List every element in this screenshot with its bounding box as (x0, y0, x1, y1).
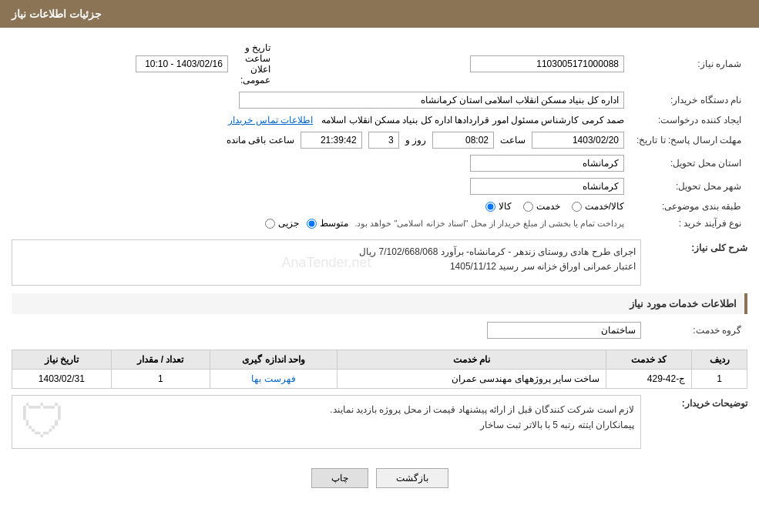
row-unit[interactable]: فهرست بها (210, 370, 338, 389)
description-box: AnaTender.net اجرای طرح هادی روستای زنده… (12, 239, 641, 286)
category-label-khedmat: خدمت (536, 201, 560, 212)
category-option-kala-khedmat[interactable]: کالا/خدمت (572, 201, 624, 212)
category-label-kala: کالا (499, 201, 512, 212)
category-radio-kala-khedmat[interactable] (572, 202, 582, 212)
creator-row: ایجاد کننده درخواست: صمد کرمی کارشناس مس… (12, 112, 747, 129)
province-label: استان محل تحویل: (630, 152, 747, 175)
category-label-kala-khedmat: کالا/خدمت (585, 201, 624, 212)
row-number: 1 (692, 370, 747, 389)
info-table: شماره نیاز: 1103005171000088 تاریخ و ساع… (12, 39, 747, 232)
order-number-label: شماره نیاز: (630, 39, 747, 89)
order-number-row: شماره نیاز: 1103005171000088 تاریخ و ساع… (12, 39, 747, 89)
row-qty: 1 (111, 370, 210, 389)
reply-date-flex: 1403/02/20 ساعت 08:02 روز و 3 21:39:42 س… (18, 132, 624, 149)
process-radio-group: متوسط جزیی (265, 218, 348, 229)
buyer-notes-label-container: توضیحات خریدار: (647, 395, 747, 409)
category-radio-kala[interactable] (485, 202, 495, 212)
contact-link[interactable]: اطلاعات تماس خریدار (228, 115, 313, 125)
province-row: استان محل تحویل: کرمانشاه (12, 152, 747, 175)
process-label-jozyi: جزیی (278, 218, 299, 229)
province-value: کرمانشاه (470, 155, 624, 172)
col-header-code: کد خدمت (606, 350, 692, 370)
row-code: ج-42-429 (606, 370, 692, 389)
reply-remaining-label: ساعت باقی مانده (227, 135, 294, 146)
process-cell: پرداخت تمام یا بخشی از مبلغ خریدار از مح… (12, 215, 630, 232)
category-radio-group: کالا/خدمت خدمت کالا (18, 201, 624, 212)
city-value: کرمانشاه (470, 178, 624, 195)
shield-watermark-icon: 🛡 (20, 383, 66, 461)
buyer-name-label: نام دستگاه خریدار: (630, 89, 747, 112)
col-header-row: ردیف (692, 350, 747, 370)
page-wrapper: جزئیات اطلاعات نیاز شماره نیاز: 11030051… (0, 0, 759, 532)
reply-date-row: مهلت ارسال پاسخ: تا تاریخ: 1403/02/20 سا… (12, 129, 747, 152)
description-label-text: شرح کلی نیاز: (691, 243, 747, 253)
reply-date-value: 1403/02/20 (532, 132, 624, 149)
reply-days-value: 3 (368, 132, 399, 149)
process-flex: پرداخت تمام یا بخشی از مبلغ خریدار از مح… (18, 218, 624, 229)
category-option-khedmat[interactable]: خدمت (523, 201, 560, 212)
services-table-header: ردیف کد خدمت نام خدمت واحد اندازه گیری ت… (12, 350, 747, 370)
datetime-label: تاریخ و ساعت اعلان عمومی: (234, 39, 277, 89)
reply-days-label: روز و (405, 135, 426, 146)
reply-time-value: 08:02 (432, 132, 494, 149)
reply-date-cell: 1403/02/20 ساعت 08:02 روز و 3 21:39:42 س… (12, 129, 630, 152)
services-table: ردیف کد خدمت نام خدمت واحد اندازه گیری ت… (12, 350, 747, 389)
buyer-notes-box: 🛡 لازم است شرکت کنندگان قبل از ارائه پیش… (12, 395, 641, 449)
service-group-label: گروه خدمت: (647, 319, 747, 342)
col-header-date: تاریخ نیاز (12, 350, 112, 370)
order-number-value: 1103005171000088 (470, 55, 624, 72)
back-button[interactable]: بازگشت (376, 468, 448, 488)
process-label: نوع فرآیند خرید : (630, 215, 747, 232)
services-section-title: اطلاعات خدمات مورد نیاز (12, 293, 747, 314)
buyer-notes-label: توضیحات خریدار: (682, 398, 747, 409)
buyer-notes-value: لازم است شرکت کنندگان قبل از ارائه پیشنه… (330, 404, 634, 430)
page-title: جزئیات اطلاعات نیاز (12, 8, 102, 20)
reply-date-label: مهلت ارسال پاسخ: تا تاریخ: (630, 129, 747, 152)
services-table-header-row: ردیف کد خدمت نام خدمت واحد اندازه گیری ت… (12, 350, 747, 370)
creator-cell: صمد کرمی کارشناس مسئول امور قراردادها اد… (12, 112, 630, 129)
buyer-name-cell: اداره کل بنیاد مسکن انقلاب اسلامی استان … (12, 89, 630, 112)
category-label: طبقه بندی موضوعی: (630, 198, 747, 215)
buyer-notes-section: توضیحات خریدار: 🛡 لازم است شرکت کنندگان … (12, 395, 747, 449)
process-radio-jozyi[interactable] (265, 219, 275, 229)
services-table-body: 1 ج-42-429 ساخت سایر پروژههای مهندسی عمر… (12, 370, 747, 389)
process-label-motavassed: متوسط (320, 218, 348, 229)
content-area: شماره نیاز: 1103005171000088 تاریخ و ساع… (0, 28, 759, 507)
table-row: 1 ج-42-429 ساخت سایر پروژههای مهندسی عمر… (12, 370, 747, 389)
service-group-row: گروه خدمت: ساختمان (12, 319, 747, 342)
description-label: شرح کلی نیاز: (647, 239, 747, 253)
process-option-motavassed[interactable]: متوسط (307, 218, 348, 229)
city-label: شهر محل تحویل: (630, 175, 747, 198)
category-row: طبقه بندی موضوعی: کالا/خدمت خدمت کالا (12, 198, 747, 215)
watermark: AnaTender.net (281, 252, 371, 274)
datetime-cell: 1403/02/16 - 10:10 (12, 39, 234, 89)
process-radio-motavassed[interactable] (307, 219, 317, 229)
creator-label: ایجاد کننده درخواست: (630, 112, 747, 129)
province-cell: کرمانشاه (12, 152, 630, 175)
city-row: شهر محل تحویل: کرمانشاه (12, 175, 747, 198)
description-section: شرح کلی نیاز: AnaTender.net اجرای طرح ها… (12, 239, 747, 286)
order-number-cell: 1103005171000088 (277, 39, 630, 89)
row-name: ساخت سایر پروژههای مهندسی عمران (337, 370, 606, 389)
reply-remaining-value: 21:39:42 (301, 132, 362, 149)
reply-time-label: ساعت (500, 135, 526, 146)
page-header: جزئیات اطلاعات نیاز (0, 0, 759, 28)
col-header-name: نام خدمت (337, 350, 606, 370)
datetime-value: 1403/02/16 - 10:10 (136, 55, 228, 72)
category-radio-khedmat[interactable] (523, 202, 533, 212)
description-value: اجرای طرح هادی روستای زندهر - کرمانشاه- … (359, 246, 636, 272)
buyer-name-value: اداره کل بنیاد مسکن انقلاب اسلامی استان … (239, 92, 624, 109)
process-row: نوع فرآیند خرید : پرداخت تمام یا بخشی از… (12, 215, 747, 232)
col-header-unit: واحد اندازه گیری (210, 350, 338, 370)
service-group-value: ساختمان (487, 322, 641, 339)
print-button[interactable]: چاپ (311, 468, 368, 488)
category-option-kala[interactable]: کالا (485, 201, 512, 212)
buyer-name-row: نام دستگاه خریدار: اداره کل بنیاد مسکن ا… (12, 89, 747, 112)
process-option-jozyi[interactable]: جزیی (265, 218, 299, 229)
button-group: بازگشت چاپ (12, 460, 747, 496)
creator-value: صمد کرمی کارشناس مسئول امور قراردادها اد… (321, 115, 624, 125)
service-group-cell: ساختمان (12, 319, 647, 342)
service-group-table: گروه خدمت: ساختمان (12, 319, 747, 342)
process-note: پرداخت تمام یا بخشی از مبلغ خریدار از مح… (354, 219, 624, 229)
category-cell: کالا/خدمت خدمت کالا (12, 198, 630, 215)
